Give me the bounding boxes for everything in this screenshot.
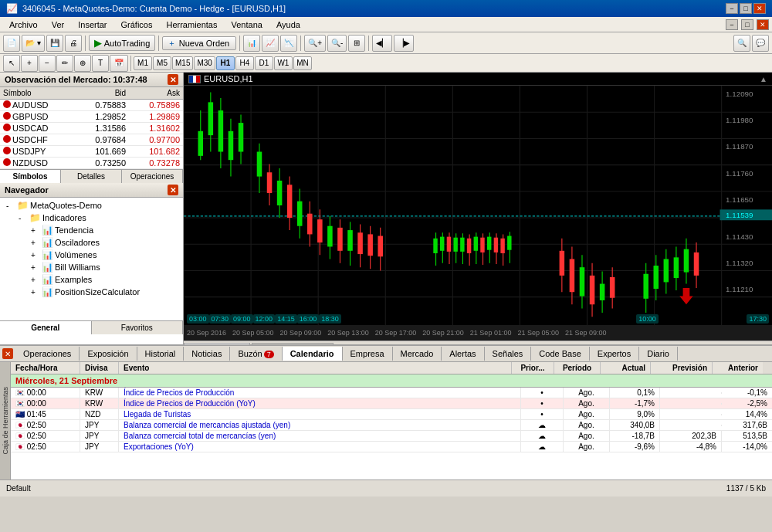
flag-icon: 🇯🇵 [15, 421, 25, 429]
market-watch-row[interactable]: NZDUSD 0.73250 0.73278 [0, 158, 183, 169]
btab-senales[interactable]: Señales [485, 347, 532, 361]
maximize-button[interactable]: □ [740, 3, 752, 14]
nav-tree-item[interactable]: -📁MetaQuotes-Demo [2, 199, 181, 212]
btab-expertos[interactable]: Expertos [590, 347, 639, 361]
tb-save-btn[interactable]: 💾 [46, 35, 63, 52]
chart-scroll-up[interactable]: ▲ [760, 75, 767, 83]
tf-m30[interactable]: M30 [194, 56, 215, 70]
menu-ayuda[interactable]: Ayuda [270, 19, 306, 31]
tf-m15[interactable]: M15 [172, 56, 193, 70]
tb-open-btn[interactable]: 📂 ▾ [22, 35, 45, 52]
bp-row[interactable]: 🇰🇷 00:00 KRW Índice de Precios de Produc… [11, 398, 772, 409]
tree-expand[interactable]: + [31, 263, 40, 272]
tb-comment-btn[interactable]: 💬 [752, 35, 769, 52]
btab-buzon[interactable]: Buzón7 [230, 347, 282, 361]
btab-operaciones[interactable]: Operaciones [15, 347, 80, 361]
market-watch-row[interactable]: AUDUSD 0.75883 0.75896 [0, 100, 183, 111]
tree-expand[interactable]: + [31, 251, 40, 259]
nav-tree-item[interactable]: +📊PositionSizeCalculator [2, 286, 181, 298]
tb-chart1-btn[interactable]: 📊 [243, 35, 260, 52]
btab-empresa[interactable]: Empresa [343, 347, 393, 361]
sub-minimize-btn[interactable]: − [726, 19, 738, 30]
btab-alertas[interactable]: Alertas [442, 347, 484, 361]
nav-tab-favoritos[interactable]: Favoritos [92, 321, 184, 334]
tf-period-btn[interactable]: 📅 [110, 55, 128, 72]
menu-archivo[interactable]: Archivo [3, 19, 44, 31]
tf-line-btn[interactable]: − [39, 55, 56, 72]
tf-m1[interactable]: M1 [134, 56, 152, 70]
nav-tab-general[interactable]: General [0, 321, 92, 334]
market-watch-row[interactable]: USDCAD 1.31586 1.31602 [0, 123, 183, 134]
nav-tree-item[interactable]: +📊Osciladores [2, 236, 181, 249]
bp-rows-container[interactable]: 🇰🇷 00:00 KRW Índice de Precios de Produc… [11, 388, 772, 479]
mw-symbol: GBPUSD [0, 111, 75, 123]
mw-tab-detalles[interactable]: Detalles [61, 170, 122, 183]
tf-pencil-btn[interactable]: ✏ [56, 55, 73, 72]
mw-tab-simbolos[interactable]: Símbolos [0, 170, 61, 183]
menu-ver[interactable]: Ver [46, 19, 71, 31]
nav-tree-item[interactable]: +📊Examples [2, 273, 181, 286]
tf-d1[interactable]: D1 [255, 56, 273, 70]
nav-tree-item[interactable]: +📊Tendencia [2, 224, 181, 236]
tf-text-btn[interactable]: T [92, 55, 109, 72]
bp-row[interactable]: 🇰🇷 00:00 KRW Índice de Precios de Produc… [11, 388, 772, 398]
menu-herramientas[interactable]: Herramientas [160, 19, 223, 31]
bp-row[interactable]: 🇯🇵 02:50 JPY Balanza comercial de mercan… [11, 420, 772, 431]
tf-tools-btn[interactable]: ↖ [3, 55, 20, 72]
tree-expand[interactable]: + [31, 288, 40, 296]
nav-tree-item[interactable]: +📊Bill Williams [2, 261, 181, 273]
btab-exposicion[interactable]: Exposición [80, 347, 137, 361]
svg-rect-84 [590, 276, 595, 304]
market-watch-close[interactable]: ✕ [168, 74, 178, 85]
market-watch-row[interactable]: USDJPY 101.669 101.682 [0, 146, 183, 158]
tree-expand[interactable]: - [6, 202, 15, 210]
btab-diario[interactable]: Diario [639, 347, 678, 361]
chart-canvas[interactable]: 1.12090 1.11980 1.11870 1.11760 1.11650 … [184, 86, 772, 325]
tree-expand[interactable]: + [31, 239, 40, 247]
tb-chart3-btn[interactable]: 📉 [280, 35, 297, 52]
menu-graficos[interactable]: Gráficos [115, 19, 159, 31]
autotrading-btn[interactable]: ▶ AutoTrading [89, 35, 156, 51]
sub-close-btn[interactable]: ✕ [757, 19, 769, 30]
tree-expand[interactable]: + [31, 226, 40, 235]
bp-row[interactable]: 🇳🇿 01:45 NZD Llegada de Turistas • Ago. … [11, 409, 772, 420]
tf-w1[interactable]: W1 [274, 56, 293, 70]
tf-h4[interactable]: H4 [235, 56, 254, 70]
tb-new-btn[interactable]: 📄 [3, 35, 20, 52]
tb-zoom-fit-btn[interactable]: ⊞ [348, 35, 365, 52]
minimize-button[interactable]: − [726, 3, 738, 14]
bottom-panel-close[interactable]: ✕ [2, 348, 13, 359]
nav-tree-item[interactable]: +📊Volúmenes [2, 249, 181, 261]
bp-row[interactable]: 🇯🇵 02:50 JPY Exportaciones (YoY) ☁ Ago. … [11, 442, 772, 452]
tb-nav-right-btn[interactable]: ▕▶ [394, 35, 414, 52]
tree-expand[interactable]: - [19, 214, 28, 222]
sub-restore-btn[interactable]: □ [741, 19, 753, 30]
tb-zoom-in-btn[interactable]: 🔍+ [304, 35, 326, 52]
mw-tab-operaciones[interactable]: Operaciones [122, 170, 183, 183]
bp-row[interactable]: 🇯🇵 02:50 JPY Balanza comercial total de … [11, 431, 772, 442]
market-watch-row[interactable]: GBPUSD 1.29852 1.29869 [0, 111, 183, 123]
tb-print-btn[interactable]: 🖨 [65, 35, 82, 52]
btab-codebase[interactable]: Code Base [531, 347, 589, 361]
tf-obj-btn[interactable]: ⊕ [74, 55, 91, 72]
tf-crosshair-btn[interactable]: + [21, 55, 38, 72]
btab-historial[interactable]: Historial [137, 347, 185, 361]
close-button[interactable]: ✕ [753, 3, 766, 14]
tb-search-btn[interactable]: 🔍 [733, 35, 750, 52]
tf-h1[interactable]: H1 [216, 56, 235, 70]
tf-mn[interactable]: MN [293, 56, 312, 70]
navigator-close[interactable]: ✕ [168, 185, 178, 195]
market-watch-row[interactable]: USDCHF 0.97684 0.97700 [0, 134, 183, 146]
menu-insertar[interactable]: Insertar [72, 19, 113, 31]
btab-mercado[interactable]: Mercado [393, 347, 442, 361]
tf-m5[interactable]: M5 [153, 56, 171, 70]
tree-expand[interactable]: + [31, 276, 40, 284]
tb-zoom-out-btn[interactable]: 🔍- [327, 35, 347, 52]
tb-chart2-btn[interactable]: 📈 [262, 35, 279, 52]
btab-calendario[interactable]: Calendario [283, 347, 343, 361]
tb-nav-left-btn[interactable]: ◀▏ [372, 35, 392, 52]
nueva-orden-btn[interactable]: + Nueva Orden [162, 36, 236, 50]
nav-tree-item[interactable]: -📁Indicadores [2, 212, 181, 224]
menu-ventana[interactable]: Ventana [225, 19, 269, 31]
btab-noticias[interactable]: Noticias [184, 347, 230, 361]
